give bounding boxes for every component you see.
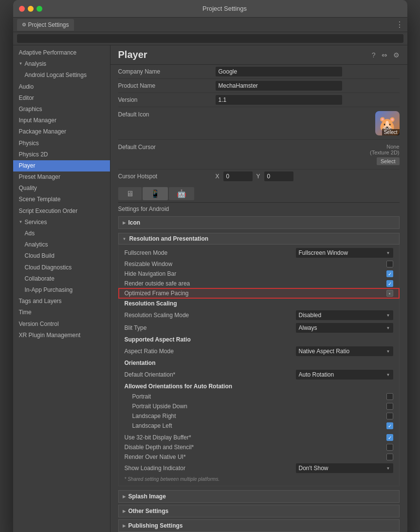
sidebar-item-adaptive-performance[interactable]: Adaptive Performance [13, 47, 110, 58]
portrait-upside-down-row: Portrait Upside Down [119, 401, 399, 411]
sidebar-item-version-control[interactable]: Version Control [13, 319, 110, 330]
render-over-native-checkbox[interactable] [386, 454, 393, 460]
triangle-down-icon-services: ▼ [19, 219, 23, 226]
icon-area: Select [216, 111, 400, 135]
sidebar-item-analysis[interactable]: ▼ Analysis [13, 58, 110, 70]
resizable-window-checkbox[interactable] [386, 261, 393, 267]
resolution-scaling-select[interactable]: Disabled [296, 310, 393, 320]
portrait-upside-down-label: Portrait Upside Down [125, 403, 386, 410]
sidebar-item-script-execution[interactable]: Script Execution Order [13, 206, 110, 217]
landscape-left-value [386, 422, 393, 429]
sidebar-item-collaborate[interactable]: Collaborate [13, 273, 110, 285]
orientation-header: Orientation [119, 358, 399, 368]
x-label: X [216, 173, 219, 180]
icon-section-header[interactable]: ▶ Icon [118, 216, 400, 229]
use-32bit-checkbox[interactable] [386, 434, 393, 441]
hide-nav-bar-checkbox[interactable] [386, 270, 393, 277]
platform-tab-android[interactable]: 🤖 [169, 187, 194, 200]
fullscreen-mode-select[interactable]: Fullscreen Window [296, 248, 393, 258]
render-safe-area-checkbox[interactable] [386, 280, 393, 287]
portrait-value [386, 393, 393, 400]
sidebar-item-services[interactable]: ▼ Services [13, 217, 110, 228]
splash-section-header[interactable]: ▶ Splash Image [118, 490, 400, 503]
sidebar-item-physics[interactable]: Physics [13, 138, 110, 149]
resolution-scaling-header: Resolution Scaling [119, 298, 399, 309]
sidebar-item-player[interactable]: Player [13, 160, 110, 171]
tab-bar: ⚙ Project Settings ⋮ [13, 18, 407, 32]
sidebar-item-analytics[interactable]: Analytics [13, 239, 110, 250]
close-button[interactable] [19, 6, 25, 12]
sidebar-item-editor[interactable]: Editor [13, 93, 110, 104]
platform-tab-mobile[interactable]: 📱 [143, 187, 168, 200]
search-wrapper: 🔍 [17, 34, 403, 43]
default-orientation-dropdown-wrapper: Auto Rotation [296, 370, 393, 380]
sidebar-item-graphics[interactable]: Graphics [13, 104, 110, 115]
company-name-input[interactable] [216, 67, 342, 76]
product-name-row: Product Name [118, 79, 400, 93]
default-icon-image-area: Select [375, 111, 400, 135]
search-bar: 🔍 [13, 32, 407, 45]
default-cursor-value: None(Texture 2D) Select [216, 144, 400, 165]
sidebar-item-cloud-diagnostics[interactable]: Cloud Diagnostics [13, 262, 110, 273]
sidebar-item-tags-layers[interactable]: Tags and Layers [13, 296, 110, 307]
platform-tab-desktop[interactable]: 🖥 [118, 187, 142, 200]
cursor-select-button[interactable]: Select [377, 157, 400, 165]
triangle-right-publishing-icon: ▶ [123, 524, 126, 528]
sidebar-item-time[interactable]: Time [13, 307, 110, 318]
other-section-header[interactable]: ▶ Other Settings [118, 505, 400, 517]
default-orientation-select[interactable]: Auto Rotation [296, 370, 393, 380]
landscape-left-checkbox[interactable] [386, 422, 393, 429]
resolution-section-header[interactable]: ▼ Resolution and Presentation [118, 233, 400, 245]
portrait-checkbox[interactable] [386, 393, 393, 400]
landscape-right-checkbox[interactable] [386, 413, 393, 419]
hotspot-y-input[interactable] [264, 171, 293, 181]
sidebar-item-in-app-purchasing[interactable]: In-App Purchasing [13, 285, 110, 296]
show-loading-indicator-row: Show Loading Indicator Don't Show [119, 462, 399, 475]
tab-menu-button[interactable]: ⋮ [396, 20, 403, 29]
optimized-frame-pacing-checkbox[interactable] [386, 290, 393, 297]
product-name-input[interactable] [216, 81, 342, 91]
main-content: Adaptive Performance ▼ Analysis Android … [13, 45, 407, 532]
sidebar-item-package-manager[interactable]: Package Manager [13, 126, 110, 137]
search-input[interactable] [17, 34, 403, 43]
triangle-down-icon: ▼ [19, 61, 23, 67]
settings-icon[interactable]: ⚙ [393, 51, 400, 59]
render-safe-area-label: Render outside safe area [125, 280, 386, 287]
sidebar-item-android-logcat[interactable]: Android Logcat Settings [13, 70, 110, 81]
sidebar-item-physics-2d[interactable]: Physics 2D [13, 149, 110, 160]
blit-type-select[interactable]: Always [296, 323, 393, 333]
disable-depth-checkbox[interactable] [386, 444, 393, 451]
sidebar-item-input-manager[interactable]: Input Manager [13, 115, 110, 126]
portrait-upside-down-checkbox[interactable] [386, 403, 393, 410]
blit-type-row: Blit Type Always [119, 322, 399, 334]
publishing-section-header[interactable]: ▶ Publishing Settings [118, 519, 400, 532]
sidebar-item-audio[interactable]: Audio [13, 81, 110, 93]
footnote: * Shared setting between multiple platfo… [119, 475, 399, 484]
aspect-ratio-mode-row: Aspect Ratio Mode Native Aspect Ratio [119, 345, 399, 358]
page-title: Player [118, 49, 372, 60]
resolution-section-content: Fullscreen Mode Fullscreen Window [118, 245, 400, 486]
resolution-scaling-mode-row: Resolution Scaling Mode Disabled [119, 309, 399, 322]
version-input[interactable] [216, 95, 342, 105]
sidebar-item-quality[interactable]: Quality [13, 183, 110, 194]
sidebar-item-preset-manager[interactable]: Preset Manager [13, 171, 110, 183]
show-loading-indicator-select[interactable]: Don't Show [296, 463, 393, 473]
aspect-ratio-mode-select[interactable]: Native Aspect Ratio [296, 346, 393, 356]
optimized-frame-pacing-row: Optimized Frame Pacing [119, 288, 399, 298]
maximize-button[interactable] [37, 6, 42, 12]
project-settings-window: Project Settings ⚙ Project Settings ⋮ 🔍 … [13, 0, 407, 532]
use-32bit-value [386, 434, 393, 441]
sidebar-item-xr-plugin[interactable]: XR Plugin Management [13, 330, 110, 341]
help-icon[interactable]: ? [372, 51, 376, 59]
hotspot-x-input[interactable] [223, 171, 253, 181]
project-settings-tab[interactable]: ⚙ Project Settings [17, 19, 74, 31]
render-over-native-label: Render Over Native UI* [125, 454, 386, 460]
sidebar-item-ads[interactable]: Ads [13, 228, 110, 239]
minimize-button[interactable] [28, 6, 34, 12]
layout-icon[interactable]: ⇔ [382, 51, 387, 59]
aspect-ratio-mode-dropdown-wrapper: Native Aspect Ratio [296, 346, 393, 356]
sidebar-item-cloud-build[interactable]: Cloud Build [13, 250, 110, 262]
sidebar-item-scene-template[interactable]: Scene Template [13, 194, 110, 205]
default-icon-row: Default Icon Select [118, 107, 400, 140]
render-over-native-row: Render Over Native UI* [119, 452, 399, 462]
